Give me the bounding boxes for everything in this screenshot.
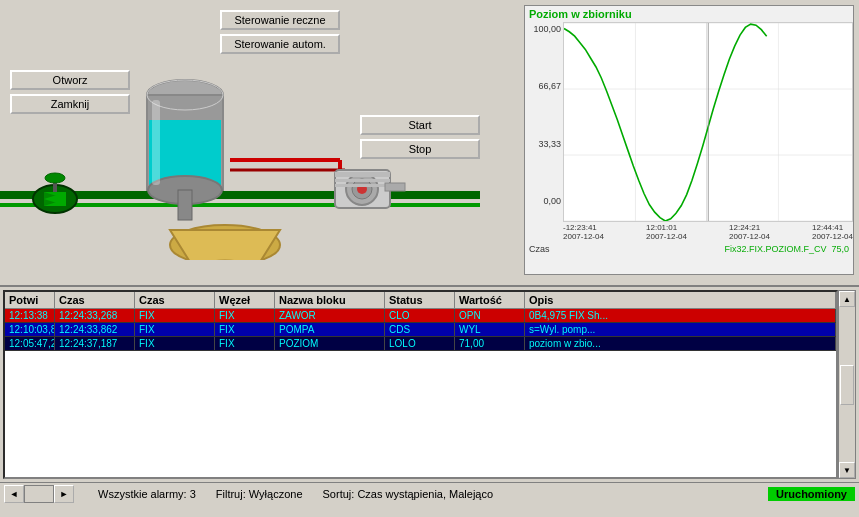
table-row[interactable]: 12:13:38 12:24:33,268 FIX FIX ZAWOR CLO … xyxy=(5,309,836,323)
row2-czas2: FIX xyxy=(135,323,215,336)
row3-potwi: 12:05:47,296 xyxy=(5,337,55,350)
header-opis: Opis xyxy=(525,292,836,308)
row1-opis: 0B4,975 FIX Sh... xyxy=(525,309,836,322)
status-bar: ◄ ► Wszystkie alarmy: 3 Filtruj: Wyłączo… xyxy=(0,482,859,504)
svg-marker-19 xyxy=(170,230,280,260)
scroll-left-arrow[interactable]: ◄ xyxy=(4,485,24,503)
svg-rect-27 xyxy=(335,184,390,187)
table-row[interactable]: 12:10:03,887 12:24:33,862 FIX FIX POMPA … xyxy=(5,323,836,337)
row3-czas1: 12:24:37,187 xyxy=(55,337,135,350)
svg-point-10 xyxy=(45,173,65,183)
process-diagram xyxy=(0,0,480,260)
x-label-4: 12:44:412007-12-04 xyxy=(812,223,853,241)
chart-x-axis-label: Czas xyxy=(529,244,550,254)
row2-status: CDS xyxy=(385,323,455,336)
row2-czas1: 12:24:33,862 xyxy=(55,323,135,336)
all-alarms-label: Wszystkie alarmy: 3 xyxy=(98,488,196,500)
row2-nazwa: POMPA xyxy=(275,323,385,336)
trend-chart: Poziom w zbiorniku 100,00 66,67 33,33 0,… xyxy=(524,5,854,275)
alarm-table-header: Potwi Czas Czas Węzeł Nazwa bloku Status… xyxy=(5,292,836,309)
y-label-100: 100,00 xyxy=(527,24,561,34)
header-nazwa: Nazwa bloku xyxy=(275,292,385,308)
row3-nazwa: POZIOM xyxy=(275,337,385,350)
chart-title: Poziom w zbiorniku xyxy=(525,6,853,22)
y-label-67: 66,67 xyxy=(527,81,561,91)
header-czas1: Czas xyxy=(55,292,135,308)
scroll-thumb[interactable] xyxy=(840,365,854,405)
alarm-section: Potwi Czas Czas Węzeł Nazwa bloku Status… xyxy=(0,285,859,517)
row1-czas2: FIX xyxy=(135,309,215,322)
header-status: Status xyxy=(385,292,455,308)
alarm-table: Potwi Czas Czas Węzeł Nazwa bloku Status… xyxy=(3,290,838,479)
svg-rect-26 xyxy=(335,179,390,182)
row1-wezel: FIX xyxy=(215,309,275,322)
svg-rect-17 xyxy=(178,190,192,220)
y-label-33: 33,33 xyxy=(527,139,561,149)
svg-rect-28 xyxy=(385,183,405,191)
scroll-up-arrow[interactable]: ▲ xyxy=(839,291,855,307)
row1-nazwa: ZAWOR xyxy=(275,309,385,322)
x-label-2: 12:01:012007-12-04 xyxy=(646,223,687,241)
row3-wartosc: 71,00 xyxy=(455,337,525,350)
row3-czas2: FIX xyxy=(135,337,215,350)
x-label-1: -12:23:412007-12-04 xyxy=(563,223,604,241)
row1-potwi: 12:13:38 xyxy=(5,309,55,322)
chart-fix-label: Fix32.FIX.POZIOM.F_CV 75,0 xyxy=(724,244,849,254)
scroll-right-arrow[interactable]: ► xyxy=(54,485,74,503)
y-label-0: 0,00 xyxy=(527,196,561,206)
header-potwi: Potwi xyxy=(5,292,55,308)
row2-opis: s=Wyl. pomp... xyxy=(525,323,836,336)
row1-czas1: 12:24:33,268 xyxy=(55,309,135,322)
row3-opis: poziom w zbio... xyxy=(525,337,836,350)
row2-wezel: FIX xyxy=(215,323,275,336)
x-label-3: 12:24:212007-12-04 xyxy=(729,223,770,241)
running-status: Uruchomiony xyxy=(768,487,855,501)
row1-status: CLO xyxy=(385,309,455,322)
row3-status: LOLO xyxy=(385,337,455,350)
row3-wezel: FIX xyxy=(215,337,275,350)
row2-potwi: 12:10:03,887 xyxy=(5,323,55,336)
vertical-scrollbar[interactable]: ▲ ▼ xyxy=(838,290,856,479)
header-czas2: Czas xyxy=(135,292,215,308)
sort-label: Sortuj: Czas wystąpienia, Malejąco xyxy=(323,488,494,500)
svg-rect-25 xyxy=(335,172,390,177)
filter-label: Filtruj: Wyłączone xyxy=(216,488,303,500)
header-wezel: Węzeł xyxy=(215,292,275,308)
scroll-horizontal-track xyxy=(24,485,54,503)
table-row[interactable]: 12:05:47,296 12:24:37,187 FIX FIX POZIOM… xyxy=(5,337,836,351)
svg-rect-16 xyxy=(152,100,160,185)
header-wartosc: Wartość xyxy=(455,292,525,308)
row1-wartosc: OPN xyxy=(455,309,525,322)
row2-wartosc: WYL xyxy=(455,323,525,336)
scroll-down-arrow[interactable]: ▼ xyxy=(839,462,855,478)
